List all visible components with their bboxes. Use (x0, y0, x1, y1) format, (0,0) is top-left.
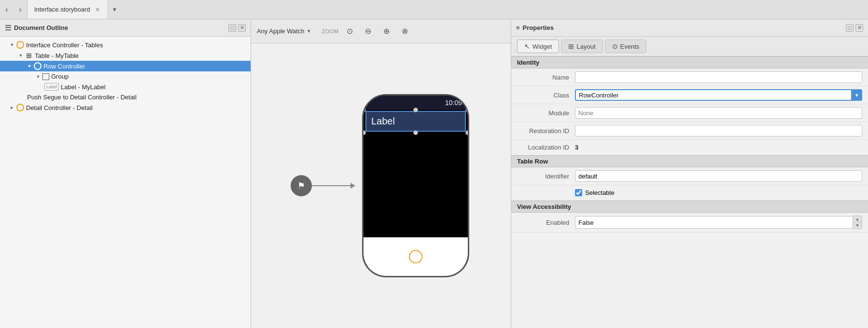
view-accessibility-section-header: View Accessibility (511, 201, 868, 213)
circle-icon (16, 41, 24, 49)
enabled-stepper-buttons: ▲ ▼ (853, 216, 862, 229)
enabled-stepper-down[interactable]: ▼ (853, 222, 862, 229)
enabled-stepper-up[interactable]: ▲ (853, 216, 862, 222)
selectable-value: Selectable (575, 189, 862, 196)
restoration-id-value (575, 125, 862, 137)
selectable-checkbox-row: Selectable (575, 189, 862, 196)
canvas-panel: Any Apple Watch ▾ ZOOM ⊙ ⊖ ⊕ ⊗ ⚑ (251, 19, 511, 328)
tab-events[interactable]: ⊙ Events (605, 40, 647, 53)
circle-icon (34, 62, 42, 70)
enabled-label: Enabled (517, 219, 575, 226)
document-outline-icon: ☰ (5, 24, 11, 32)
watch-screen: 10:09 Label (362, 94, 469, 277)
enabled-value: False True ▲ ▼ (575, 216, 862, 229)
class-select-arrow: ▾ (852, 89, 862, 101)
segue-arrow (312, 185, 355, 186)
localization-id-label: Localization ID (517, 144, 575, 151)
identifier-input[interactable] (575, 170, 862, 182)
triangle-icon (27, 64, 32, 68)
enabled-select[interactable]: False True (575, 216, 853, 229)
selectable-checkbox-label: Selectable (585, 189, 615, 196)
triangle-icon (18, 53, 23, 58)
name-label: Name (517, 74, 575, 81)
label-badge-icon: Label (44, 83, 59, 91)
properties-icon: ≡ (516, 24, 520, 31)
localization-row: 3 (575, 144, 862, 151)
properties-content: Identity Name Class RowC (511, 56, 868, 328)
device-selector[interactable]: Any Apple Watch ▾ (257, 27, 310, 35)
module-input[interactable] (575, 107, 862, 119)
class-value: RowController ▾ (575, 89, 862, 101)
identifier-value (575, 170, 862, 182)
nav-forward-button[interactable]: › (14, 3, 27, 16)
triangle-icon (36, 74, 41, 79)
class-select[interactable]: RowController (575, 89, 852, 101)
nav-back-button[interactable]: ‹ (0, 3, 14, 16)
properties-panel: ≡ Properties □ ✕ ↖ Widget ⊞ Layout ⊙ Eve… (511, 19, 868, 328)
zoom-fit-button[interactable]: ⊙ (343, 24, 357, 39)
watch-label-row[interactable]: Label (364, 110, 468, 133)
titlebar: ‹ › Interface.storyboard ✕ ▾ (0, 0, 868, 19)
circle-icon (16, 104, 24, 111)
sidebar-item-row-controller[interactable]: Row Controller (0, 61, 251, 71)
device-label: Any Apple Watch (257, 27, 305, 35)
sidebar-item-detail-controller[interactable]: Detail Controller - Detail (0, 102, 251, 113)
identity-restoration-id-row: Restoration ID (511, 122, 868, 140)
identity-localization-id-row: Localization ID 3 (511, 140, 868, 155)
triangle-icon (10, 105, 14, 110)
tablerow-selectable-row: Selectable (511, 185, 868, 201)
watch-device: 10:09 Label (360, 94, 471, 277)
events-tab-icon: ⊙ (612, 42, 618, 50)
identity-section-header: Identity (511, 56, 868, 68)
watch-time: 10:09 (445, 99, 462, 107)
identity-module-row: Module (511, 104, 868, 122)
triangle-icon (10, 42, 14, 47)
document-outline-actions: □ ✕ (228, 24, 246, 32)
handle-top-right (465, 108, 469, 112)
sidebar-item-group[interactable]: Group (0, 71, 251, 82)
properties-header: ≡ Properties □ ✕ (511, 19, 868, 37)
properties-tabs: ↖ Widget ⊞ Layout ⊙ Events (511, 37, 868, 56)
tablerow-identifier-row: Identifier (511, 167, 868, 185)
properties-close-button[interactable]: ✕ (855, 24, 863, 32)
handle-bottom-right (465, 130, 469, 135)
name-input[interactable] (575, 71, 862, 83)
zoom-out-button[interactable]: ⊖ (361, 24, 376, 39)
document-outline-close-button[interactable]: ✕ (238, 24, 246, 32)
zoom-label: ZOOM (322, 28, 339, 34)
titlebar-dropdown-icon[interactable]: ▾ (113, 6, 121, 14)
sidebar-item-interface-controller-tables[interactable]: Interface Controller - Tables (0, 40, 251, 50)
zoom-in-button[interactable]: ⊕ (379, 24, 394, 39)
identity-class-row: Class RowController ▾ (511, 86, 868, 104)
name-value (575, 71, 862, 83)
zoom-actual-button[interactable]: ⊗ (398, 24, 412, 39)
segue-icon[interactable]: ⚑ (291, 175, 312, 196)
watch-label-text: Label (371, 116, 395, 126)
main-layout: ☰ Document Outline □ ✕ Interface Control… (0, 19, 868, 328)
document-outline-minimize-button[interactable]: □ (228, 24, 236, 32)
sidebar-item-label-mylabel[interactable]: Label Label - MyLabel (0, 82, 251, 92)
tab-title: Interface.storyboard (34, 6, 90, 13)
tab-close-button[interactable]: ✕ (94, 6, 101, 13)
sidebar-item-push-segue[interactable]: Push Segue to Detail Controller - Detail (0, 92, 251, 102)
tab-layout[interactable]: ⊞ Layout (561, 40, 602, 53)
restoration-id-input[interactable] (575, 125, 862, 137)
document-outline-title: ☰ Document Outline (5, 24, 68, 32)
handle-top-center (413, 108, 418, 112)
properties-minimize-button[interactable]: □ (846, 24, 854, 32)
table-icon: ⊞ (25, 52, 33, 59)
class-label: Class (517, 92, 575, 99)
document-outline-panel: ☰ Document Outline □ ✕ Interface Control… (0, 19, 251, 328)
selectable-checkbox[interactable] (575, 189, 582, 196)
watch-bottom-controller (364, 237, 468, 276)
tab-widget[interactable]: ↖ Widget (517, 40, 559, 53)
canvas-toolbar: Any Apple Watch ▾ ZOOM ⊙ ⊖ ⊕ ⊗ (251, 19, 511, 43)
handle-bottom-center (413, 130, 418, 135)
module-value (575, 107, 862, 119)
sidebar-item-table-mytable[interactable]: ⊞ Table - MyTable (0, 50, 251, 61)
class-select-wrapper: RowController ▾ (575, 89, 862, 101)
storyboard-tab[interactable]: Interface.storyboard ✕ (27, 0, 108, 19)
segue-container: ⚑ 10:09 (291, 94, 471, 277)
table-row-section-header: Table Row (511, 155, 868, 167)
widget-tab-icon: ↖ (524, 42, 530, 50)
